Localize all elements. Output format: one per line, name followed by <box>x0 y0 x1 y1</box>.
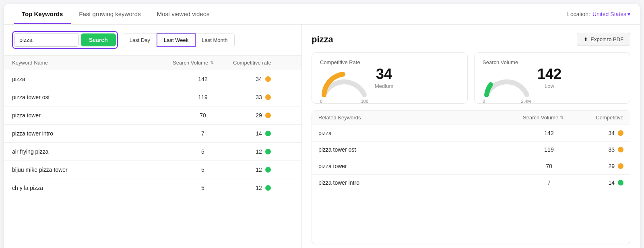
rate-dot <box>265 94 271 100</box>
competitive-rate-sublabel: Medium <box>375 83 393 89</box>
rate-dot <box>265 149 271 154</box>
row-volume: 119 <box>173 94 233 100</box>
gauge-min-competitive: 0 <box>320 99 322 104</box>
search-volume-gauge: 0 2.4M <box>483 69 531 97</box>
related-row[interactable]: pizza tower intro 7 14 <box>312 175 630 191</box>
rate-dot <box>265 131 271 136</box>
table-header: Keyword Name Search Volume ⇅ Competitive… <box>4 56 301 70</box>
tab-most-viewed[interactable]: Most viewed videos <box>149 4 218 24</box>
row-rate: 12 <box>233 148 293 155</box>
col-header-volume: Search Volume ⇅ <box>173 60 233 66</box>
table-row[interactable]: bijuu mike pizza tower 5 12 <box>4 161 301 179</box>
related-rate-dot <box>618 180 623 185</box>
location-area: Location: United States ▾ <box>567 11 630 17</box>
tab-top-keywords[interactable]: Top Keywords <box>14 4 71 24</box>
main-content: Search Last Day Last Week Last Month Key… <box>4 25 640 248</box>
related-row-volume: 142 <box>523 130 575 136</box>
chevron-down-icon: ▾ <box>627 11 630 17</box>
related-row-keyword: pizza tower intro <box>318 179 523 186</box>
search-volume-value: 142 <box>537 67 561 81</box>
row-keyword: air frying pizza <box>12 148 173 155</box>
search-volume-card: Search Volume 0 2.4M <box>474 52 630 104</box>
related-row[interactable]: pizza tower ost 119 33 <box>312 142 630 158</box>
related-row-rate: 14 <box>575 179 623 186</box>
competitive-rate-label: Competitive Rate <box>320 59 368 65</box>
table-row[interactable]: pizza tower intro 7 14 <box>4 125 301 143</box>
keywords-table: pizza 142 34 pizza tower ost 119 33 pizz… <box>4 70 301 248</box>
metrics-row: Competitive Rate 0 100 <box>312 52 630 104</box>
row-keyword: pizza tower ost <box>12 94 173 100</box>
row-keyword: pizza tower <box>12 112 173 119</box>
period-last-week[interactable]: Last Week <box>157 33 196 47</box>
period-last-month[interactable]: Last Month <box>195 33 234 47</box>
related-row-rate: 34 <box>575 130 623 136</box>
export-button[interactable]: ⬆ Export to PDF <box>577 33 630 46</box>
related-row-keyword: pizza tower ost <box>318 146 523 153</box>
search-controls: Search Last Day Last Week Last Month <box>4 25 301 56</box>
rate-dot <box>265 167 271 173</box>
row-keyword: ch y la pizza <box>12 185 173 191</box>
table-row[interactable]: pizza tower ost 119 33 <box>4 88 301 106</box>
row-rate: 12 <box>233 185 293 191</box>
row-keyword: bijuu mike pizza tower <box>12 167 173 173</box>
competitive-rate-content: Competitive Rate 0 100 <box>320 59 368 97</box>
row-volume: 70 <box>173 112 233 119</box>
related-keywords-header: Related Keywords Search Volume ⇅ Competi… <box>312 110 630 125</box>
row-volume: 7 <box>173 130 233 137</box>
search-volume-content: Search Volume 0 2.4M <box>483 59 531 97</box>
row-volume: 142 <box>173 76 233 82</box>
related-row-keyword: pizza <box>318 130 523 136</box>
competitive-rate-value-area: 34 Medium <box>375 67 393 89</box>
right-panel: pizza ⬆ Export to PDF Competitive Rate <box>302 25 640 248</box>
row-keyword: pizza <box>12 76 173 82</box>
row-rate: 12 <box>233 167 293 173</box>
related-row[interactable]: pizza 142 34 <box>312 125 630 142</box>
left-panel: Search Last Day Last Week Last Month Key… <box>4 25 302 248</box>
table-row[interactable]: pizza tower 70 29 <box>4 106 301 125</box>
row-volume: 5 <box>173 167 233 173</box>
location-value[interactable]: United States ▾ <box>592 11 630 17</box>
search-box-wrapper: Search <box>12 31 118 49</box>
row-volume: 5 <box>173 185 233 191</box>
related-row[interactable]: pizza tower 70 29 <box>312 158 630 175</box>
related-row-keyword: pizza tower <box>318 163 523 169</box>
related-row-volume: 119 <box>523 146 575 153</box>
search-button[interactable]: Search <box>81 33 116 46</box>
row-rate: 14 <box>233 130 293 137</box>
search-volume-value-area: 142 Low <box>537 67 561 89</box>
rate-dot <box>265 76 271 82</box>
app-container: Top Keywords Fast growing keywords Most … <box>4 4 640 248</box>
table-row[interactable]: pizza 142 34 <box>4 70 301 88</box>
row-volume: 5 <box>173 148 233 155</box>
tabs-row: Top Keywords Fast growing keywords Most … <box>4 4 640 25</box>
right-header: pizza ⬆ Export to PDF <box>312 33 630 46</box>
period-buttons: Last Day Last Week Last Month <box>123 33 235 47</box>
related-col-volume: Search Volume ⇅ <box>523 115 575 121</box>
gauge-max-volume: 2.4M <box>521 99 531 104</box>
related-col-rate: Competitive <box>575 115 623 121</box>
col-header-rate: Competitive rate <box>233 60 293 66</box>
related-row-rate: 29 <box>575 163 623 169</box>
table-row[interactable]: air frying pizza 5 12 <box>4 143 301 161</box>
search-input[interactable] <box>14 33 78 47</box>
related-rate-dot <box>618 147 623 152</box>
gauge-max-competitive: 100 <box>361 99 368 104</box>
competitive-rate-gauge: 0 100 <box>320 69 368 97</box>
related-rate-dot <box>618 163 623 169</box>
export-icon: ⬆ <box>584 36 588 42</box>
row-rate: 29 <box>233 112 293 119</box>
search-volume-label: Search Volume <box>483 59 531 65</box>
related-keywords-card: Related Keywords Search Volume ⇅ Competi… <box>312 110 630 244</box>
tab-fast-growing[interactable]: Fast growing keywords <box>71 4 149 24</box>
related-row-volume: 7 <box>523 179 575 186</box>
rate-dot <box>265 113 271 118</box>
related-sort-icon: ⇅ <box>560 115 564 120</box>
competitive-rate-card: Competitive Rate 0 100 <box>312 52 468 104</box>
gauge-min-volume: 0 <box>483 99 485 104</box>
row-rate: 33 <box>233 94 293 100</box>
table-row[interactable]: ch y la pizza 5 12 <box>4 179 301 197</box>
detail-title: pizza <box>312 34 333 45</box>
period-last-day[interactable]: Last Day <box>123 33 157 47</box>
search-volume-sublabel: Low <box>545 83 554 89</box>
row-keyword: pizza tower intro <box>12 130 173 137</box>
